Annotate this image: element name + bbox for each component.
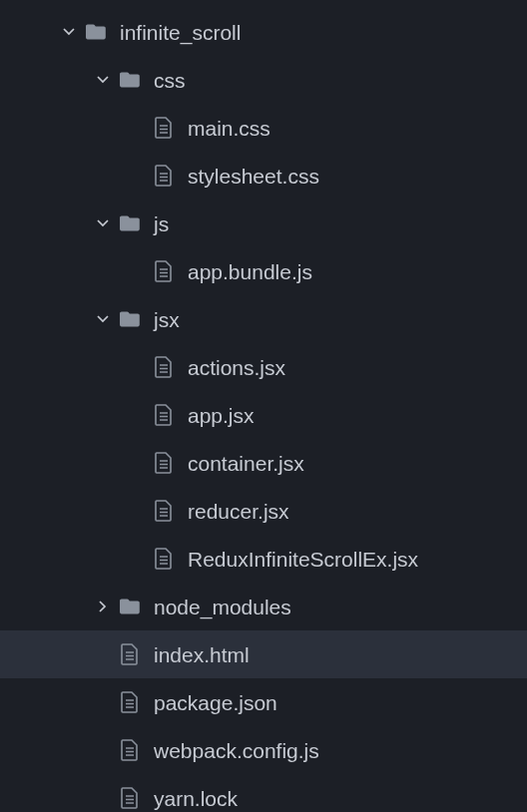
- tree-item-label: package.json: [154, 692, 277, 713]
- tree-item-label: css: [154, 70, 186, 91]
- file-icon: [152, 356, 176, 378]
- tree-file-reducer-jsx[interactable]: reducer.jsx: [0, 487, 527, 535]
- chevron-down-icon[interactable]: [60, 26, 78, 38]
- chevron-down-icon[interactable]: [94, 313, 112, 325]
- folder-icon: [118, 214, 142, 232]
- tree-item-label: reducer.jsx: [188, 501, 289, 522]
- file-icon: [152, 452, 176, 474]
- file-icon: [152, 404, 176, 426]
- tree-item-label: actions.jsx: [188, 357, 285, 378]
- tree-item-label: index.html: [154, 644, 250, 665]
- tree-item-label: main.css: [188, 118, 270, 139]
- tree-item-label: node_modules: [154, 597, 291, 617]
- tree-item-label: js: [154, 213, 169, 234]
- tree-folder-infinite_scroll[interactable]: infinite_scroll: [0, 8, 527, 56]
- chevron-down-icon[interactable]: [94, 74, 112, 86]
- tree-item-label: app.bundle.js: [188, 261, 312, 282]
- file-icon: [152, 260, 176, 282]
- file-tree: infinite_scroll css main.css stylesheet.…: [0, 0, 527, 812]
- file-icon: [152, 165, 176, 187]
- tree-file-app-jsx[interactable]: app.jsx: [0, 391, 527, 439]
- tree-file-main-css[interactable]: main.css: [0, 104, 527, 152]
- file-icon: [118, 787, 142, 809]
- tree-folder-jsx[interactable]: jsx: [0, 295, 527, 343]
- folder-icon: [84, 23, 108, 41]
- tree-file-package-json[interactable]: package.json: [0, 678, 527, 726]
- tree-item-label: app.jsx: [188, 405, 255, 426]
- folder-icon: [118, 598, 142, 615]
- folder-icon: [118, 310, 142, 328]
- tree-file-app-bundle-js[interactable]: app.bundle.js: [0, 247, 527, 295]
- file-icon: [152, 500, 176, 522]
- tree-file-redux-infinite-scroll-ex-jsx[interactable]: ReduxInfiniteScrollEx.jsx: [0, 535, 527, 583]
- tree-folder-css[interactable]: css: [0, 56, 527, 104]
- file-icon: [152, 117, 176, 139]
- tree-item-label: container.jsx: [188, 453, 304, 474]
- tree-file-actions-jsx[interactable]: actions.jsx: [0, 343, 527, 391]
- folder-icon: [118, 71, 142, 89]
- tree-item-label: ReduxInfiniteScrollEx.jsx: [188, 549, 418, 570]
- tree-item-label: yarn.lock: [154, 788, 238, 809]
- tree-file-yarn-lock[interactable]: yarn.lock: [0, 774, 527, 812]
- chevron-right-icon[interactable]: [94, 601, 112, 612]
- file-icon: [118, 691, 142, 713]
- tree-file-webpack-config-js[interactable]: webpack.config.js: [0, 726, 527, 774]
- tree-file-stylesheet-css[interactable]: stylesheet.css: [0, 152, 527, 200]
- tree-file-index-html[interactable]: index.html: [0, 630, 527, 678]
- file-icon: [118, 739, 142, 761]
- tree-item-label: stylesheet.css: [188, 166, 319, 187]
- tree-item-label: jsx: [154, 309, 180, 330]
- tree-folder-node_modules[interactable]: node_modules: [0, 583, 527, 630]
- tree-folder-js[interactable]: js: [0, 200, 527, 247]
- tree-item-label: webpack.config.js: [154, 740, 319, 761]
- chevron-down-icon[interactable]: [94, 217, 112, 229]
- file-icon: [152, 548, 176, 570]
- file-icon: [118, 643, 142, 665]
- tree-file-container-jsx[interactable]: container.jsx: [0, 439, 527, 487]
- tree-item-label: infinite_scroll: [120, 22, 241, 43]
